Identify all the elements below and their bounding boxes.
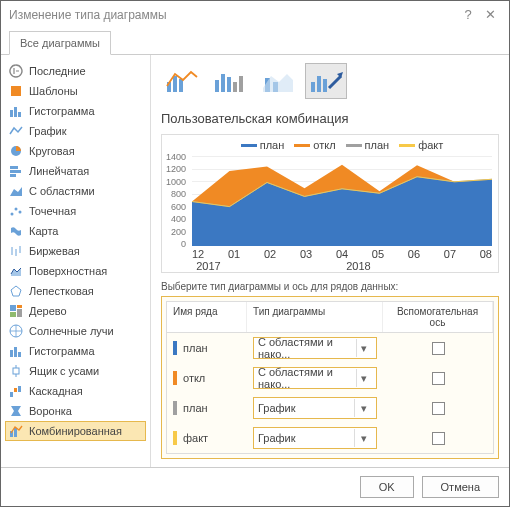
help-button[interactable]: ? <box>457 7 479 22</box>
sidebar-item-18[interactable]: Комбинированная <box>5 421 146 441</box>
subtype-2[interactable] <box>209 63 251 99</box>
svg-marker-8 <box>10 187 22 196</box>
svg-rect-19 <box>17 309 22 317</box>
chevron-down-icon: ▾ <box>356 339 372 357</box>
svg-rect-38 <box>221 74 225 92</box>
svg-marker-16 <box>11 286 21 296</box>
sidebar-item-8[interactable]: Карта <box>5 221 146 241</box>
subtype-1[interactable] <box>161 63 203 99</box>
sidebar-item-5[interactable]: Линейчатая <box>5 161 146 181</box>
series-name: план <box>183 402 208 414</box>
series-table: Имя ряда Тип диаграммы Вспомогательная о… <box>161 296 499 459</box>
chart-type-icon <box>9 204 23 218</box>
col-head-aux: Вспомогательная ось <box>383 302 493 332</box>
sidebar-item-2[interactable]: Гистограмма <box>5 101 146 121</box>
sidebar-item-label: Шаблоны <box>29 85 78 97</box>
chart-type-icon <box>9 324 23 338</box>
subtype-3[interactable] <box>257 63 299 99</box>
svg-rect-36 <box>179 79 183 92</box>
svg-rect-29 <box>14 388 17 392</box>
svg-rect-24 <box>18 352 21 357</box>
svg-marker-44 <box>263 74 293 92</box>
svg-rect-20 <box>10 312 16 317</box>
sidebar-item-0[interactable]: Последние <box>5 61 146 81</box>
series-type-combo[interactable]: С областями и нако...▾ <box>253 367 377 389</box>
series-type-combo[interactable]: С областями и нако...▾ <box>253 337 377 359</box>
chart-type-icon <box>9 344 23 358</box>
sidebar-item-label: Карта <box>29 225 58 237</box>
sidebar-item-label: Точечная <box>29 205 76 217</box>
series-row: планС областями и нако...▾ <box>167 333 493 363</box>
sidebar-item-label: Гистограмма <box>29 345 95 357</box>
secondary-axis-checkbox[interactable] <box>432 372 445 385</box>
sidebar-item-14[interactable]: Гистограмма <box>5 341 146 361</box>
svg-rect-47 <box>323 79 327 92</box>
series-name: откл <box>183 372 205 384</box>
svg-rect-3 <box>18 112 21 117</box>
sidebar-item-label: Ящик с усами <box>29 365 99 377</box>
svg-rect-23 <box>14 347 17 357</box>
series-name: план <box>183 342 208 354</box>
svg-point-9 <box>11 213 14 216</box>
sidebar-item-12[interactable]: Дерево <box>5 301 146 321</box>
svg-point-10 <box>15 208 18 211</box>
sidebar-item-label: Каскадная <box>29 385 83 397</box>
series-type-combo[interactable]: График▾ <box>253 397 377 419</box>
sidebar-item-15[interactable]: Ящик с усами <box>5 361 146 381</box>
chart-type-icon <box>9 104 23 118</box>
sidebar-item-label: Лепестковая <box>29 285 94 297</box>
subtype-4-custom[interactable] <box>305 63 347 99</box>
sidebar-item-label: Солнечные лучи <box>29 325 114 337</box>
sidebar-item-17[interactable]: Воронка <box>5 401 146 421</box>
secondary-axis-checkbox[interactable] <box>432 342 445 355</box>
series-prompt: Выберите тип диаграммы и ось для рядов д… <box>161 281 499 292</box>
svg-rect-17 <box>10 305 16 311</box>
chart-type-icon <box>9 244 23 258</box>
sidebar-item-1[interactable]: Шаблоны <box>5 81 146 101</box>
sidebar-item-11[interactable]: Лепестковая <box>5 281 146 301</box>
chart-type-icon <box>9 164 23 178</box>
cancel-button[interactable]: Отмена <box>422 476 499 498</box>
svg-rect-22 <box>10 350 13 357</box>
series-type-combo[interactable]: График▾ <box>253 427 377 449</box>
sidebar-item-4[interactable]: Круговая <box>5 141 146 161</box>
chart-type-icon <box>9 304 23 318</box>
sidebar-item-6[interactable]: С областями <box>5 181 146 201</box>
svg-rect-5 <box>10 166 18 169</box>
ok-button[interactable]: OK <box>360 476 414 498</box>
chart-type-icon <box>9 264 23 278</box>
sidebar-item-label: Комбинированная <box>29 425 122 437</box>
sidebar-item-16[interactable]: Каскадная <box>5 381 146 401</box>
close-button[interactable]: ✕ <box>479 7 501 22</box>
sidebar-item-label: С областями <box>29 185 95 197</box>
svg-rect-46 <box>317 76 321 92</box>
chart-type-sidebar: ПоследниеШаблоныГистограммаГрафикКругова… <box>1 55 151 467</box>
chart-type-icon <box>9 144 23 158</box>
chart-type-icon <box>9 124 23 138</box>
tab-all-charts[interactable]: Все диаграммы <box>9 31 111 55</box>
svg-rect-28 <box>10 392 13 397</box>
secondary-axis-checkbox[interactable] <box>432 432 445 445</box>
sidebar-item-7[interactable]: Точечная <box>5 201 146 221</box>
svg-rect-6 <box>10 170 21 173</box>
svg-rect-40 <box>233 82 237 92</box>
svg-rect-37 <box>215 80 219 92</box>
sidebar-item-label: Гистограмма <box>29 105 95 117</box>
svg-rect-33 <box>14 428 17 437</box>
chevron-down-icon: ▾ <box>356 369 372 387</box>
custom-combo-title: Пользовательская комбинация <box>161 111 499 126</box>
chart-type-icon <box>9 224 23 238</box>
secondary-axis-checkbox[interactable] <box>432 402 445 415</box>
svg-rect-41 <box>239 76 243 92</box>
sidebar-item-13[interactable]: Солнечные лучи <box>5 321 146 341</box>
chevron-down-icon: ▾ <box>354 429 372 447</box>
sidebar-item-3[interactable]: График <box>5 121 146 141</box>
sidebar-item-9[interactable]: Биржевая <box>5 241 146 261</box>
chart-type-icon <box>9 384 23 398</box>
combo-subtype-row <box>161 63 499 99</box>
series-row: отклС областями и нако...▾ <box>167 363 493 393</box>
svg-rect-1 <box>10 110 13 117</box>
chart-type-icon <box>9 404 23 418</box>
sidebar-item-10[interactable]: Поверхностная <box>5 261 146 281</box>
svg-rect-35 <box>173 76 177 92</box>
